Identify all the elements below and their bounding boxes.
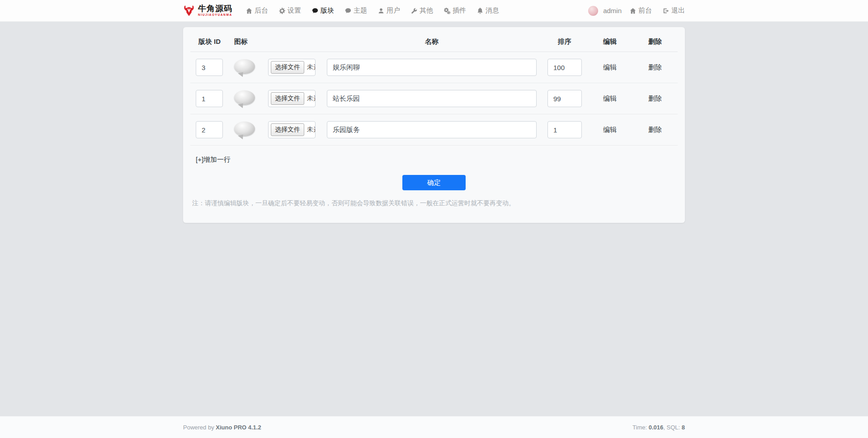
time-label: Time: (632, 424, 649, 431)
board-id-input[interactable] (196, 59, 223, 76)
file-status-text: 未选择任何文件 (307, 63, 316, 71)
column-header-icon: 图标 (229, 30, 263, 52)
edit-link[interactable]: 编辑 (603, 94, 617, 102)
board-icon-image (234, 90, 255, 106)
board-name-input[interactable] (327, 90, 537, 107)
nav-item-backend[interactable]: 后台 (241, 0, 274, 21)
nav-item-logout[interactable]: 退出 (657, 6, 685, 15)
brand-title: 牛角源码 (198, 5, 232, 13)
add-row-link[interactable]: [+]增加一行 (196, 155, 231, 164)
nav-item-label: 退出 (671, 6, 685, 15)
bell-icon (477, 8, 483, 14)
board-sort-input[interactable] (547, 59, 582, 76)
icon-file-input[interactable]: 选择文件 未选择任何文件 (268, 59, 316, 76)
file-status-text: 未选择任何文件 (307, 126, 316, 134)
nav-item-label: 插件 (453, 6, 466, 15)
comment-icon (345, 8, 351, 14)
nav-item-plugins[interactable]: 插件 (439, 0, 472, 21)
home-icon (246, 8, 252, 14)
brand-logo[interactable]: 牛角源码 NIUJIAOYUANMA (183, 5, 232, 17)
confirm-button[interactable]: 确定 (402, 175, 466, 190)
column-header-id: 版块 ID (190, 30, 229, 52)
home-icon (630, 8, 636, 14)
time-value: 0.016 (649, 424, 664, 431)
nav-item-label: 主题 (354, 6, 367, 15)
delete-link[interactable]: 删除 (648, 126, 662, 133)
sign-out-icon (663, 8, 669, 14)
nav-item-label: 前台 (638, 6, 652, 15)
table-row: 选择文件 未选择任何文件 编辑 删除 (190, 83, 678, 114)
edit-link[interactable]: 编辑 (603, 126, 617, 133)
gear-icon (279, 8, 285, 14)
nav-item-label: 后台 (255, 6, 268, 15)
board-icon-image (234, 122, 255, 137)
nav-item-users[interactable]: 用户 (373, 0, 406, 21)
user-menu[interactable]: admin (583, 6, 624, 16)
board-name-input[interactable] (327, 59, 537, 76)
nav-item-label: 用户 (387, 6, 400, 15)
brand-subtitle: NIUJIAOYUANMA (198, 14, 232, 17)
board-id-input[interactable] (196, 90, 223, 107)
main-menu: 后台 设置 版块 主题 用户 其他 (241, 0, 505, 21)
page-footer: Powered by Xiuno PRO 4.1.2 Time: 0.016, … (0, 416, 868, 438)
caution-note: 注：请谨慎编辑版块，一旦确定后不要轻易变动，否则可能会导致数据关联错误，一般在正… (192, 199, 678, 207)
column-header-edit: 编辑 (587, 30, 632, 52)
delete-link[interactable]: 删除 (648, 63, 662, 71)
user-avatar[interactable] (588, 6, 598, 16)
nav-item-label: 设置 (288, 6, 301, 15)
top-navbar: 牛角源码 NIUJIAOYUANMA 后台 设置 版块 主题 (0, 0, 868, 22)
powered-product: Xiuno PRO 4.1.2 (216, 424, 261, 431)
sql-value: 8 (682, 424, 685, 431)
column-header-file-spacer (263, 30, 321, 52)
edit-link[interactable]: 编辑 (603, 63, 617, 71)
choose-file-button[interactable]: 选择文件 (271, 61, 304, 74)
wrench-icon (411, 8, 417, 14)
choose-file-button[interactable]: 选择文件 (271, 92, 304, 105)
nav-item-frontend[interactable]: 前台 (624, 6, 657, 15)
table-header-row: 版块 ID 图标 名称 排序 编辑 删除 (190, 30, 678, 52)
board-id-input[interactable] (196, 121, 223, 138)
bull-logo-icon (183, 5, 195, 16)
column-header-name: 名称 (321, 30, 542, 52)
nav-item-messages[interactable]: 消息 (472, 0, 505, 21)
comment-icon (312, 8, 318, 14)
nav-item-threads[interactable]: 主题 (340, 0, 373, 21)
board-sort-input[interactable] (547, 90, 582, 107)
powered-prefix: Powered by (183, 424, 216, 431)
table-row: 选择文件 未选择任何文件 编辑 删除 (190, 52, 678, 83)
icon-file-input[interactable]: 选择文件 未选择任何文件 (268, 121, 316, 138)
nav-item-boards[interactable]: 版块 (307, 0, 340, 21)
delete-link[interactable]: 删除 (648, 94, 662, 102)
perf-stats: Time: 0.016, SQL: 8 (632, 424, 685, 431)
table-row: 选择文件 未选择任何文件 编辑 删除 (190, 114, 678, 146)
powered-by: Powered by Xiuno PRO 4.1.2 (183, 424, 261, 431)
nav-item-label: 其他 (420, 6, 433, 15)
user-icon (378, 8, 384, 14)
boards-table: 版块 ID 图标 名称 排序 编辑 删除 选择文件 未选择任何文件 (190, 30, 678, 146)
board-icon-image (234, 59, 255, 75)
navbar-right: admin 前台 退出 (583, 6, 685, 16)
nav-item-other[interactable]: 其他 (406, 0, 439, 21)
column-header-sort: 排序 (542, 30, 587, 52)
file-status-text: 未选择任何文件 (307, 94, 316, 103)
nav-item-label: 版块 (321, 6, 334, 15)
choose-file-button[interactable]: 选择文件 (271, 123, 304, 136)
nav-item-settings[interactable]: 设置 (274, 0, 307, 21)
username: admin (603, 7, 622, 14)
sql-label: , SQL: (663, 424, 681, 431)
board-sort-input[interactable] (547, 121, 582, 138)
column-header-delete: 删除 (632, 30, 678, 52)
cogs-icon (444, 8, 450, 14)
icon-file-input[interactable]: 选择文件 未选择任何文件 (268, 90, 316, 107)
boards-edit-panel: 版块 ID 图标 名称 排序 编辑 删除 选择文件 未选择任何文件 (183, 27, 685, 223)
nav-item-label: 消息 (486, 6, 499, 15)
board-name-input[interactable] (327, 121, 537, 138)
